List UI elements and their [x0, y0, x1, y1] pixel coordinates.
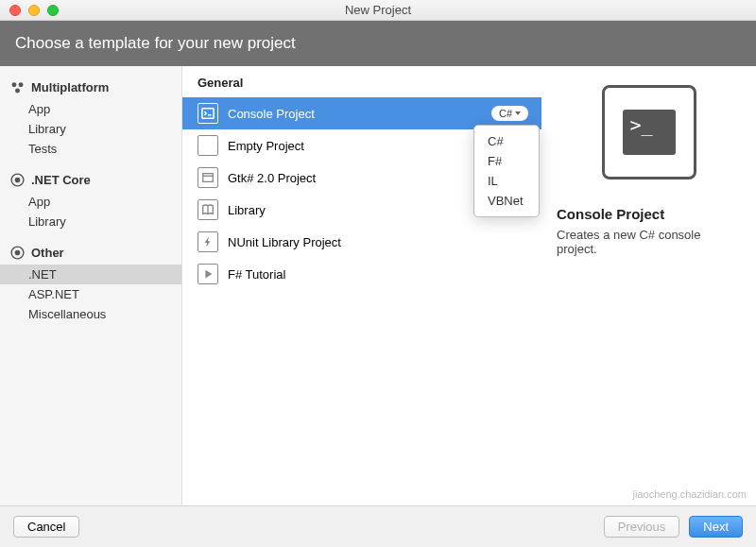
sidebar-category-label: .NET Core: [31, 173, 91, 187]
language-selector[interactable]: C#: [491, 106, 528, 121]
zoom-window-button[interactable]: [47, 5, 59, 16]
empty-icon: [198, 135, 218, 156]
sidebar-item-miscellaneous[interactable]: Miscellaneous: [0, 304, 181, 324]
close-window-button[interactable]: [9, 5, 21, 16]
sidebar-category-netcore[interactable]: .NET Core: [0, 168, 181, 192]
detail-title: Console Project: [557, 206, 741, 222]
svg-rect-7: [202, 109, 214, 119]
svg-point-2: [15, 89, 20, 94]
window-icon: [198, 167, 218, 188]
template-label: F# Tutorial: [228, 267, 285, 282]
console-icon: [198, 103, 218, 124]
bolt-icon: [198, 231, 218, 252]
svg-point-0: [11, 82, 16, 87]
svg-rect-8: [203, 174, 214, 182]
detail-pane: >_ Console Project Creates a new C# cons…: [541, 66, 756, 529]
content: Multiplatform App Library Tests .NET Cor…: [0, 66, 756, 529]
template-nunit-library[interactable]: NUnit Library Project: [182, 226, 541, 258]
language-value: C#: [499, 108, 512, 119]
target-icon: [9, 245, 26, 261]
dropdown-option[interactable]: IL: [474, 171, 539, 191]
wizard-heading: Choose a template for your new project: [0, 21, 756, 66]
sidebar: Multiplatform App Library Tests .NET Cor…: [0, 66, 182, 529]
titlebar: New Project: [0, 0, 756, 21]
template-label: Console Project: [228, 107, 315, 121]
dropdown-option[interactable]: F#: [474, 151, 539, 171]
minimize-window-button[interactable]: [28, 5, 40, 16]
template-label: Library: [228, 203, 266, 217]
sidebar-item-library[interactable]: Library: [0, 119, 181, 139]
sidebar-item-app[interactable]: App: [0, 192, 181, 212]
play-icon: [198, 264, 218, 284]
book-icon: [198, 199, 218, 220]
template-list: General Console Project C# Empty Project…: [182, 66, 541, 529]
sidebar-item-tests[interactable]: Tests: [0, 139, 181, 159]
dropdown-option[interactable]: C#: [474, 131, 539, 151]
window-controls: [0, 5, 59, 16]
sidebar-category-multiplatform[interactable]: Multiplatform: [0, 76, 181, 99]
template-label: Empty Project: [228, 139, 304, 153]
template-preview-icon: >_: [602, 85, 696, 179]
sidebar-category-label: Other: [31, 246, 64, 260]
svg-point-6: [15, 250, 19, 254]
template-section-header: General: [182, 76, 541, 97]
detail-description: Creates a new C# console project.: [557, 228, 741, 256]
sidebar-item-library[interactable]: Library: [0, 212, 181, 231]
sidebar-item-aspnet[interactable]: ASP.NET: [0, 284, 181, 304]
template-label: NUnit Library Project: [228, 235, 341, 249]
template-label: Gtk# 2.0 Project: [228, 171, 316, 185]
dropdown-option[interactable]: VBNet: [474, 191, 539, 211]
window-title: New Project: [0, 3, 756, 17]
sidebar-item-app[interactable]: App: [0, 99, 181, 119]
previous-button[interactable]: Previous: [604, 516, 680, 538]
footer: Cancel Previous Next: [0, 505, 756, 547]
next-button[interactable]: Next: [689, 516, 743, 538]
sidebar-category-other[interactable]: Other: [0, 241, 181, 265]
svg-point-1: [19, 82, 24, 87]
multiplatform-icon: [9, 79, 26, 95]
language-dropdown[interactable]: C# F# IL VBNet: [473, 125, 540, 217]
template-fsharp-tutorial[interactable]: F# Tutorial: [182, 258, 541, 290]
target-icon: [9, 172, 26, 188]
sidebar-item-net[interactable]: .NET: [0, 265, 181, 284]
terminal-icon: >_: [623, 110, 676, 155]
cancel-button[interactable]: Cancel: [13, 516, 79, 538]
sidebar-category-label: Multiplatform: [31, 80, 109, 94]
svg-point-4: [15, 178, 19, 181]
